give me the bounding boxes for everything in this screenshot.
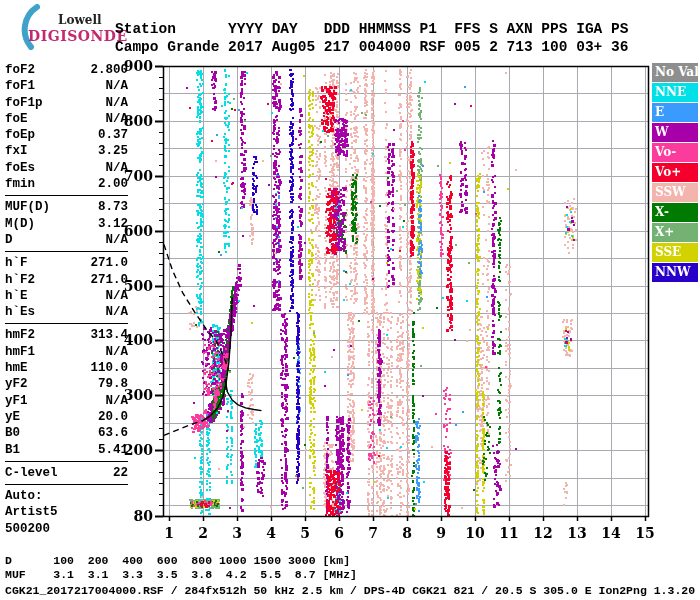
d-distance-row: D 100 200 400 600 800 1000 1500 3000 [km… <box>5 554 357 568</box>
param-label: h`Es <box>5 304 35 320</box>
param-value: N/A <box>105 393 128 409</box>
param-label: M(D) <box>5 216 35 232</box>
param-label: C-level <box>5 465 58 481</box>
param-value: N/A <box>105 78 128 94</box>
param-value: 110.0 <box>90 360 128 376</box>
legend-item-xm: X- <box>652 203 698 222</box>
param-value: N/A <box>105 160 128 176</box>
param-label: MUF(D) <box>5 199 50 215</box>
param-value: 313.4 <box>90 327 128 343</box>
param-label: yF1 <box>5 393 28 409</box>
param-row-hmf1: hmF1N/A <box>5 344 128 360</box>
muf-row: MUF 3.1 3.1 3.3 3.5 3.8 4.2 5.5 8.7 [MHz… <box>5 568 357 582</box>
param-value: N/A <box>105 111 128 127</box>
param-row-fof1: foF1N/A <box>5 78 128 94</box>
param-group-divider <box>5 461 128 462</box>
param-value: 3.25 <box>98 143 128 159</box>
param-row-yf1: yF1N/A <box>5 393 128 409</box>
param-value: N/A <box>105 232 128 248</box>
param-row-mufd: MUF(D)8.73 <box>5 199 128 215</box>
header-column-titles: Station YYYY DAY DDD HHMMSS P1 FFS S AXN… <box>115 20 628 38</box>
param-label: 500200 <box>5 521 50 537</box>
param-value: N/A <box>105 95 128 111</box>
legend-item-sse: SSE <box>652 243 698 262</box>
param-label: D <box>5 232 13 248</box>
param-value: 2.800 <box>90 62 128 78</box>
param-label: hmE <box>5 360 28 376</box>
parameter-panel: foF22.800foF1N/AfoF1pN/AfoEN/AfoEp0.37fx… <box>5 62 128 537</box>
param-row-md: M(D)3.12 <box>5 216 128 232</box>
legend-item-xp: X+ <box>652 223 698 242</box>
param-row-auto: Auto: <box>5 488 128 504</box>
param-value: 8.73 <box>98 199 128 215</box>
param-row-hme: hmE110.0 <box>5 360 128 376</box>
param-value: 3.12 <box>98 216 128 232</box>
legend-item-nnw: NNW <box>652 263 698 282</box>
legend-item-nne: NNE <box>652 83 698 102</box>
logo-text-lowell: Lowell <box>58 13 102 27</box>
param-group-divider <box>5 484 128 485</box>
param-row-hf: h`F271.0 <box>5 255 128 271</box>
logo-text-digisonde: DIGISONDE <box>28 28 128 44</box>
header-station-values: Campo Grande 2017 Aug05 217 004000 RSF 0… <box>115 38 628 56</box>
param-label: B1 <box>5 442 20 458</box>
param-value: 271.0 <box>90 255 128 271</box>
header-block: Station YYYY DAY DDD HHMMSS P1 FFS S AXN… <box>115 20 628 56</box>
param-row-hmf2: hmF2313.4 <box>5 327 128 343</box>
param-row-500200: 500200 <box>5 521 128 537</box>
param-row-hf2: h`F2271.0 <box>5 272 128 288</box>
param-value: 271.0 <box>90 272 128 288</box>
param-label: h`E <box>5 288 28 304</box>
legend-item-vom: Vo- <box>652 143 698 162</box>
param-group-divider <box>5 195 128 196</box>
param-label: B0 <box>5 425 20 441</box>
param-value: 22 <box>113 465 128 481</box>
legend-item-w: W <box>652 123 698 142</box>
param-row-fmin: fmin2.00 <box>5 176 128 192</box>
param-label: foF1 <box>5 78 35 94</box>
param-row-foe: foEN/A <box>5 111 128 127</box>
lowell-digisonde-logo: Lowell DIGISONDE <box>6 4 118 50</box>
param-row-he: h`EN/A <box>5 288 128 304</box>
param-group-divider <box>5 251 128 252</box>
param-row-b0: B063.6 <box>5 425 128 441</box>
status-line: CGK21_2017217004000.RSF / 284fx512h 50 k… <box>5 584 695 597</box>
param-label: Auto: <box>5 488 43 504</box>
param-label: h`F <box>5 255 28 271</box>
legend-item-ssw: SSW <box>652 183 698 202</box>
param-value: 2.00 <box>98 176 128 192</box>
param-row-b1: B15.41 <box>5 442 128 458</box>
param-row-artist5: Artist5 <box>5 504 128 520</box>
param-row-foep: foEp0.37 <box>5 127 128 143</box>
param-label: hmF2 <box>5 327 35 343</box>
param-value: 63.6 <box>98 425 128 441</box>
param-label: foF2 <box>5 62 35 78</box>
param-row-clevel: C-level22 <box>5 465 128 481</box>
legend-item-vop: Vo+ <box>652 163 698 182</box>
param-group-divider <box>5 323 128 324</box>
param-row-fof1p: foF1pN/A <box>5 95 128 111</box>
param-label: yF2 <box>5 376 28 392</box>
param-row-foes: foEsN/A <box>5 160 128 176</box>
legend-item-nv: No Val <box>652 63 698 82</box>
param-label: fmin <box>5 176 35 192</box>
param-row-fof2: foF22.800 <box>5 62 128 78</box>
param-row-yf2: yF279.8 <box>5 376 128 392</box>
param-value: N/A <box>105 344 128 360</box>
param-label: h`F2 <box>5 272 35 288</box>
param-label: foEp <box>5 127 35 143</box>
param-value: 20.0 <box>98 409 128 425</box>
param-row-d: DN/A <box>5 232 128 248</box>
dmuf-table: D 100 200 400 600 800 1000 1500 3000 [km… <box>5 554 357 582</box>
param-label: fxI <box>5 143 28 159</box>
param-value: 5.41 <box>98 442 128 458</box>
param-value: 79.8 <box>98 376 128 392</box>
param-row-fxi: fxI3.25 <box>5 143 128 159</box>
param-label: Artist5 <box>5 504 58 520</box>
param-label: yE <box>5 409 20 425</box>
param-label: foF1p <box>5 95 43 111</box>
param-label: foEs <box>5 160 35 176</box>
legend-item-e: E <box>652 103 698 122</box>
param-label: foE <box>5 111 28 127</box>
param-value: 0.37 <box>98 127 128 143</box>
